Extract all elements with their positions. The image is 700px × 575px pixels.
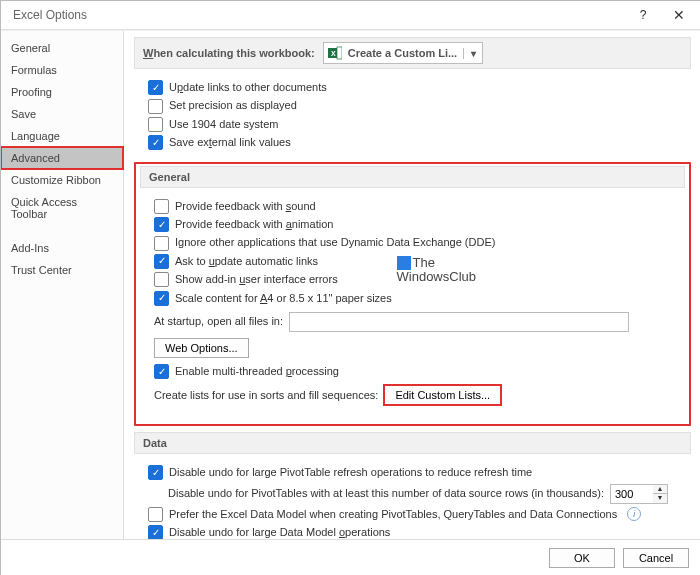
- sidebar-item-language[interactable]: Language: [1, 125, 123, 147]
- opt-label: Scale content for A4 or 8.5 x 11" paper …: [175, 291, 392, 306]
- opt-sound[interactable]: Provide feedback with sound: [154, 199, 685, 214]
- dialog-footer: OK Cancel: [1, 539, 700, 575]
- general-section-highlight: General Provide feedback with sound Prov…: [134, 162, 691, 427]
- ok-button[interactable]: OK: [549, 548, 615, 568]
- opt-1904[interactable]: Use 1904 date system: [148, 117, 691, 132]
- opt-external-links[interactable]: Save external link values: [148, 135, 691, 150]
- section-header-general: General: [140, 166, 685, 188]
- cancel-button[interactable]: Cancel: [623, 548, 689, 568]
- checkbox-icon[interactable]: [148, 117, 163, 132]
- checkbox-icon[interactable]: [148, 525, 163, 539]
- startup-input[interactable]: [289, 312, 629, 332]
- opt-dde[interactable]: Ignore other applications that use Dynam…: [154, 235, 685, 250]
- opt-label: Show add-in user interface errors: [175, 272, 338, 287]
- calc-label: When calculating this workbook:: [143, 47, 315, 59]
- window-title: Excel Options: [13, 8, 625, 22]
- close-icon[interactable]: ✕: [661, 1, 697, 29]
- pivot-rows-spinner[interactable]: ▲▼: [610, 484, 668, 504]
- section-header-calc: When calculating this workbook: X Create…: [134, 37, 691, 69]
- sidebar-item-general[interactable]: General: [1, 37, 123, 59]
- startup-row: At startup, open all files in:: [154, 312, 685, 332]
- opt-scale-content[interactable]: Scale content for A4 or 8.5 x 11" paper …: [154, 291, 685, 306]
- opt-precision[interactable]: Set precision as displayed: [148, 98, 691, 113]
- opt-label: Ask to update automatic links: [175, 254, 318, 269]
- dialog-body: General Formulas Proofing Save Language …: [1, 30, 700, 539]
- help-icon[interactable]: ?: [625, 1, 661, 29]
- checkbox-icon[interactable]: [154, 291, 169, 306]
- checkbox-icon[interactable]: [148, 507, 163, 522]
- opt-label: Prefer the Excel Data Model when creatin…: [169, 507, 617, 522]
- sidebar-item-formulas[interactable]: Formulas: [1, 59, 123, 81]
- data-section: Disable undo for large PivotTable refres…: [134, 460, 691, 539]
- sidebar: General Formulas Proofing Save Language …: [1, 31, 124, 539]
- checkbox-icon[interactable]: [148, 99, 163, 114]
- titlebar: Excel Options ? ✕: [1, 1, 700, 30]
- spinner-buttons[interactable]: ▲▼: [653, 484, 668, 504]
- opt-auto-links[interactable]: Ask to update automatic links: [154, 254, 685, 269]
- general-section: Provide feedback with sound Provide feed…: [140, 194, 685, 417]
- sidebar-item-advanced[interactable]: Advanced: [1, 147, 123, 169]
- opt-multithread[interactable]: Enable multi-threaded processing: [154, 364, 685, 379]
- workbook-dropdown[interactable]: X Create a Custom Li... ▾: [323, 42, 483, 64]
- sidebar-item-trust-center[interactable]: Trust Center: [1, 259, 123, 281]
- sidebar-item-customize-ribbon[interactable]: Customize Ribbon: [1, 169, 123, 191]
- opt-label: Ignore other applications that use Dynam…: [175, 235, 495, 250]
- checkbox-icon[interactable]: [154, 254, 169, 269]
- svg-rect-1: [337, 47, 342, 59]
- create-lists-row: Create lists for use in sorts and fill s…: [154, 385, 685, 405]
- content-pane: When calculating this workbook: X Create…: [124, 31, 700, 539]
- opt-label: Provide feedback with sound: [175, 199, 316, 214]
- opt-addin-errors[interactable]: Show add-in user interface errors: [154, 272, 685, 287]
- opt-label: Provide feedback with animation: [175, 217, 333, 232]
- checkbox-icon[interactable]: [154, 236, 169, 251]
- calc-section: Update links to other documents Set prec…: [134, 75, 691, 162]
- pivot-rows-label: Disable undo for PivotTables with at lea…: [168, 486, 604, 501]
- opt-label: Enable multi-threaded processing: [175, 364, 339, 379]
- sidebar-item-addins[interactable]: Add-Ins: [1, 237, 123, 259]
- pivot-rows-input[interactable]: [610, 484, 653, 504]
- opt-label: Save external link values: [169, 135, 291, 150]
- opt-label: Update links to other documents: [169, 80, 327, 95]
- opt-pivot-undo[interactable]: Disable undo for large PivotTable refres…: [148, 465, 691, 480]
- opt-model-undo[interactable]: Disable undo for large Data Model operat…: [148, 525, 691, 539]
- section-header-data: Data: [134, 432, 691, 454]
- svg-text:X: X: [331, 50, 336, 57]
- sidebar-item-qat[interactable]: Quick Access Toolbar: [1, 191, 123, 225]
- opt-label: Disable undo for large PivotTable refres…: [169, 465, 532, 480]
- checkbox-icon[interactable]: [148, 135, 163, 150]
- opt-prefer-model[interactable]: Prefer the Excel Data Model when creatin…: [148, 507, 691, 522]
- opt-animation[interactable]: Provide feedback with animation: [154, 217, 685, 232]
- startup-label: At startup, open all files in:: [154, 314, 283, 329]
- sidebar-item-proofing[interactable]: Proofing: [1, 81, 123, 103]
- chevron-down-icon: ▾: [463, 48, 482, 59]
- excel-icon: X: [324, 46, 346, 60]
- opt-label: Set precision as displayed: [169, 98, 297, 113]
- options-dialog: Excel Options ? ✕ General Formulas Proof…: [0, 0, 700, 575]
- checkbox-icon[interactable]: [148, 80, 163, 95]
- opt-label: Use 1904 date system: [169, 117, 278, 132]
- checkbox-icon[interactable]: [154, 217, 169, 232]
- opt-update-links[interactable]: Update links to other documents: [148, 80, 691, 95]
- checkbox-icon[interactable]: [154, 364, 169, 379]
- workbook-name: Create a Custom Li...: [346, 47, 463, 59]
- opt-label: Disable undo for large Data Model operat…: [169, 525, 390, 539]
- sidebar-item-save[interactable]: Save: [1, 103, 123, 125]
- edit-custom-lists-button[interactable]: Edit Custom Lists...: [384, 385, 501, 405]
- checkbox-icon[interactable]: [154, 272, 169, 287]
- pivot-rows-row: Disable undo for PivotTables with at lea…: [148, 484, 691, 504]
- web-options-button[interactable]: Web Options...: [154, 338, 249, 358]
- checkbox-icon[interactable]: [148, 465, 163, 480]
- info-icon[interactable]: i: [627, 507, 641, 521]
- checkbox-icon[interactable]: [154, 199, 169, 214]
- create-lists-label: Create lists for use in sorts and fill s…: [154, 388, 378, 403]
